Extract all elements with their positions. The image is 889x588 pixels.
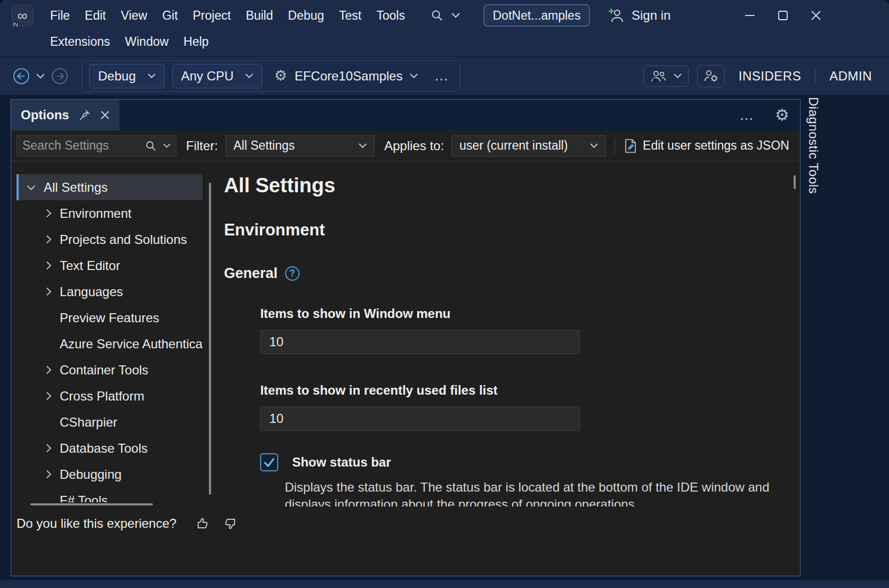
tree-item-label: Container Tools: [60, 363, 148, 378]
search-menu-button[interactable]: [426, 6, 464, 25]
options-tool-window: Options … ⚙ Filter: All Setting: [11, 99, 801, 576]
show-status-bar-label: Show status bar: [292, 455, 391, 470]
close-button[interactable]: [799, 0, 833, 31]
startup-projects-dropdown[interactable]: ⚙ EFCore10Samples: [270, 64, 422, 88]
tree-expander-chevron-icon: [43, 288, 52, 296]
tree-expander-chevron-icon: [43, 235, 52, 244]
menu-item[interactable]: Extensions: [43, 31, 118, 53]
search-icon[interactable]: [145, 140, 157, 152]
sign-in-button[interactable]: Sign in: [608, 7, 670, 23]
window-menu-items-input[interactable]: [260, 330, 580, 354]
settings-content-panel: All Settings Environment General Items t…: [217, 161, 800, 507]
content-vertical-scrollbar[interactable]: [794, 175, 796, 189]
tree-expander-chevron-icon: [27, 182, 36, 191]
search-icon: [431, 9, 443, 22]
menu-item[interactable]: Build: [238, 5, 280, 27]
workspace: Options … ⚙ Filter: All Setting: [0, 95, 889, 579]
section-title: Environment: [224, 220, 800, 240]
tree-vertical-scrollbar[interactable]: [209, 183, 211, 495]
navigate-forward-button[interactable]: [50, 67, 69, 86]
tree-item-label: Languages: [60, 284, 123, 299]
chevron-down-icon: [451, 13, 460, 18]
solution-search-box[interactable]: DotNet...amples: [483, 4, 590, 27]
collaborate-people-icon: [650, 69, 666, 83]
chevron-down-icon: [674, 74, 682, 78]
tree-item-label: Projects and Solutions: [60, 232, 187, 247]
settings-search-input[interactable]: [22, 138, 139, 153]
tool-window-overflow-button[interactable]: …: [735, 107, 759, 124]
menu-item[interactable]: Help: [176, 31, 216, 53]
account-settings-button[interactable]: [697, 65, 725, 87]
title-bar: ∞IN FileEditViewGitProjectBuildDebugTest…: [0, 0, 889, 56]
applies-to-dropdown[interactable]: user (current install): [451, 135, 606, 157]
startup-project-value: EFCore10Samples: [295, 69, 403, 84]
tree-item[interactable]: Text Editor: [17, 252, 203, 279]
tree-item-label: Environment: [60, 206, 132, 221]
thumbs-up-icon: [195, 516, 211, 532]
configuration-value: Debug: [98, 69, 136, 84]
edit-settings-json-button[interactable]: Edit user settings as JSON: [624, 138, 789, 153]
tree-item[interactable]: All Settings: [17, 174, 203, 200]
pin-icon[interactable]: [79, 109, 91, 121]
tree-horizontal-scrollbar[interactable]: [30, 503, 153, 505]
help-icon[interactable]: [285, 266, 300, 281]
status-bar-edge: [0, 579, 889, 588]
tree-item[interactable]: CSharpier: [17, 409, 203, 435]
tab-diagnostic-tools[interactable]: Diagnostic Tools: [806, 97, 821, 194]
recent-files-items-input[interactable]: [260, 406, 580, 431]
applies-to-label: Applies to:: [384, 138, 444, 153]
page-title: All Settings: [224, 174, 800, 197]
edit-settings-json-label: Edit user settings as JSON: [643, 138, 789, 153]
menu-item[interactable]: Tools: [369, 5, 413, 27]
solution-platforms-dropdown[interactable]: Any CPU: [172, 64, 263, 88]
tree-item[interactable]: F# Tools: [17, 487, 203, 502]
show-status-bar-checkbox[interactable]: [260, 453, 278, 471]
tree-item[interactable]: Preview Features: [17, 305, 203, 331]
tool-window-settings-gear-icon[interactable]: ⚙: [775, 107, 789, 123]
tree-item[interactable]: Debugging: [17, 461, 203, 487]
toolbar-overflow-button[interactable]: …: [430, 68, 454, 84]
menu-item[interactable]: View: [114, 5, 155, 27]
show-status-bar-description: Displays the status bar. The status bar …: [285, 479, 780, 507]
tree-item-label: All Settings: [44, 180, 108, 195]
menu-item[interactable]: Debug: [280, 5, 332, 27]
settings-form: Items to show in Window menu Items to sh…: [260, 306, 800, 507]
tab-options[interactable]: Options: [11, 100, 119, 130]
navigate-back-dropdown[interactable]: [36, 74, 45, 79]
chevron-down-icon[interactable]: [163, 143, 171, 148]
filter-value: All Settings: [233, 138, 295, 153]
divider: [615, 138, 615, 154]
tree-expander-chevron-icon: [43, 262, 52, 270]
tree-item[interactable]: Container Tools: [17, 357, 203, 383]
window-menu-items-label: Items to show in Window menu: [260, 306, 800, 321]
menu-item[interactable]: File: [43, 5, 77, 27]
menu-item[interactable]: Window: [118, 31, 176, 53]
tree-item-label: F# Tools: [60, 493, 108, 503]
thumbs-up-button[interactable]: [195, 516, 211, 532]
settings-search-box[interactable]: [17, 135, 176, 157]
solution-configurations-dropdown[interactable]: Debug: [89, 64, 165, 88]
tree-item[interactable]: Cross Platform: [17, 383, 203, 409]
tree-item[interactable]: Database Tools: [17, 435, 203, 461]
menu-item[interactable]: Edit: [77, 5, 114, 27]
tree-item-label: Database Tools: [60, 441, 148, 456]
minimize-button[interactable]: [733, 0, 766, 31]
tree-item[interactable]: Languages: [17, 279, 203, 305]
thumbs-down-button[interactable]: [222, 516, 238, 532]
menu-item[interactable]: Test: [332, 5, 369, 27]
navigate-back-button[interactable]: [12, 67, 31, 86]
check-icon: [261, 453, 277, 471]
filter-dropdown[interactable]: All Settings: [225, 135, 375, 157]
settings-tree: All Settings Environment Projects and So…: [11, 161, 217, 502]
close-tab-icon[interactable]: [100, 110, 110, 120]
live-share-button[interactable]: [643, 66, 689, 87]
tree-item[interactable]: Azure Service Authentica: [17, 331, 203, 357]
menu-item[interactable]: Project: [185, 5, 239, 27]
tree-item[interactable]: Environment: [17, 200, 203, 226]
menu-item[interactable]: Git: [155, 5, 185, 27]
tree-item-label: CSharpier: [60, 415, 117, 430]
group-title: General: [224, 265, 278, 282]
tree-item-label: Cross Platform: [60, 389, 144, 404]
tree-item[interactable]: Projects and Solutions: [17, 226, 203, 252]
maximize-button[interactable]: [766, 0, 799, 31]
